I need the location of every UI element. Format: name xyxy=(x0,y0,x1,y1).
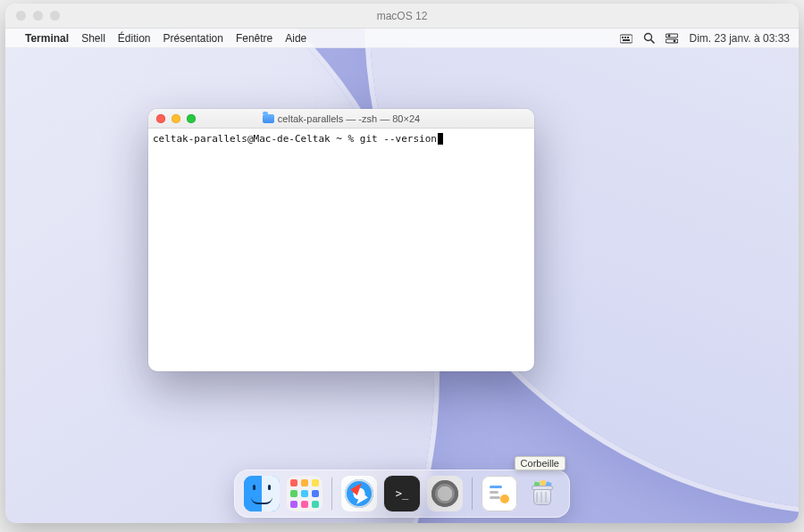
terminal-titlebar[interactable]: celtak-parallels — -zsh — 80×24 xyxy=(148,109,534,129)
dock-settings-icon[interactable] xyxy=(427,476,463,511)
menu-app-name[interactable]: Terminal xyxy=(25,32,69,45)
macos-menubar[interactable]: Terminal Shell Édition Présentation Fenê… xyxy=(5,29,799,48)
svg-rect-1 xyxy=(622,37,624,38)
dock-tooltip: Corbeille xyxy=(515,456,565,470)
parallels-window: macOS 12 Terminal Shell Édition Présenta… xyxy=(5,4,799,523)
parallels-zoom-icon[interactable] xyxy=(50,11,60,21)
menu-fenetre[interactable]: Fenêtre xyxy=(236,32,272,45)
svg-rect-3 xyxy=(627,37,629,38)
macos-dock[interactable]: >_ Corbeille xyxy=(234,470,570,518)
macos-desktop[interactable]: Terminal Shell Édition Présentation Fenê… xyxy=(5,29,799,523)
terminal-window[interactable]: celtak-parallels — -zsh — 80×24 celtak-p… xyxy=(148,109,534,371)
window-close-icon[interactable] xyxy=(156,114,165,123)
control-center-icon[interactable] xyxy=(666,33,678,44)
menu-aide[interactable]: Aide xyxy=(285,32,306,45)
keyboard-layout-icon[interactable] xyxy=(620,33,632,44)
svg-point-10 xyxy=(674,39,676,42)
svg-line-6 xyxy=(651,40,655,44)
menu-shell[interactable]: Shell xyxy=(81,32,105,45)
window-minimize-icon[interactable] xyxy=(172,114,180,123)
dock-launchpad-icon[interactable] xyxy=(287,476,322,511)
dock-trash-icon[interactable]: Corbeille xyxy=(524,476,560,511)
parallels-title: macOS 12 xyxy=(5,10,799,22)
app-menu: Terminal Shell Édition Présentation Fenê… xyxy=(25,32,306,45)
terminal-traffic-lights xyxy=(156,114,196,123)
parallels-close-icon[interactable] xyxy=(16,11,26,21)
svg-rect-0 xyxy=(620,35,632,43)
folder-icon xyxy=(263,114,274,123)
svg-rect-4 xyxy=(623,39,630,41)
dock-mounted-image-icon[interactable] xyxy=(482,476,517,511)
menu-edition[interactable]: Édition xyxy=(118,32,151,45)
terminal-prompt: celtak-parallels@Mac-de-Celtak ~ % xyxy=(153,133,360,145)
dock-terminal-icon[interactable]: >_ xyxy=(384,476,420,511)
terminal-body[interactable]: celtak-parallels@Mac-de-Celtak ~ % git -… xyxy=(148,129,534,371)
svg-rect-9 xyxy=(666,39,678,43)
parallels-titlebar[interactable]: macOS 12 xyxy=(5,4,799,29)
menu-presentation[interactable]: Présentation xyxy=(163,32,223,45)
dock-separator xyxy=(331,478,332,510)
svg-point-8 xyxy=(668,34,671,37)
menubar-clock[interactable]: Dim. 23 janv. à 03:33 xyxy=(689,32,790,45)
parallels-minimize-icon[interactable] xyxy=(33,11,43,21)
svg-rect-7 xyxy=(666,34,678,37)
dock-finder-icon[interactable] xyxy=(244,476,280,511)
terminal-title-text: celtak-parallels — -zsh — 80×24 xyxy=(278,113,420,124)
text-cursor-icon xyxy=(438,133,443,145)
terminal-command: git --version xyxy=(360,133,437,145)
dock-safari-icon[interactable] xyxy=(341,476,377,511)
dock-separator xyxy=(472,478,473,510)
window-zoom-icon[interactable] xyxy=(187,114,196,123)
parallels-traffic-lights[interactable] xyxy=(16,11,60,21)
spotlight-icon[interactable] xyxy=(643,32,655,44)
svg-rect-2 xyxy=(624,37,626,38)
